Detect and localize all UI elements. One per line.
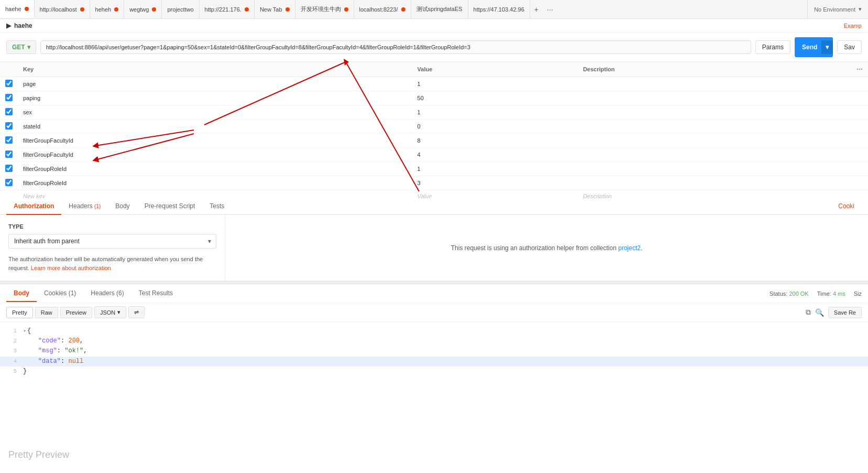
- learn-more-link[interactable]: Learn more about authorization: [31, 265, 111, 271]
- add-tab-button[interactable]: +: [530, 5, 543, 14]
- param-key: filterGroupFacultyId: [18, 134, 412, 148]
- resp-tab-cookies[interactable]: Cookies (1): [37, 285, 83, 302]
- response-status: Status: 200 OK Time: 4 ms Siz: [770, 291, 862, 297]
- send-button[interactable]: Send ▾: [795, 37, 833, 57]
- param-value: 1: [412, 77, 578, 91]
- response-tools: ⧉ 🔍 Save Re: [806, 307, 862, 318]
- more-tabs-button[interactable]: ···: [543, 5, 557, 14]
- request-bar: GET ▾ Params Send ▾ Sav: [0, 33, 868, 62]
- param-checkbox[interactable]: [5, 108, 13, 115]
- tab-springdata[interactable]: 测试springdataES: [411, 0, 468, 18]
- tab-dot: [25, 7, 29, 11]
- auth-description: The authorization header will be automat…: [8, 255, 216, 272]
- param-checkbox[interactable]: [5, 165, 13, 172]
- chevron-right-icon: ▶: [6, 22, 11, 29]
- tab-label: haehe: [5, 6, 21, 12]
- chevron-down-icon: ▾: [859, 6, 862, 13]
- tab-projecttwo[interactable]: projecttwo: [162, 0, 199, 18]
- resp-tab-headers[interactable]: Headers (6): [83, 285, 131, 302]
- param-checkbox[interactable]: [5, 122, 13, 130]
- response-header: Body Cookies (1) Headers (6) Test Result…: [0, 284, 868, 303]
- example-link[interactable]: Examp: [844, 23, 862, 29]
- send-dropdown-arrow[interactable]: ▾: [821, 40, 833, 54]
- tab-heheh[interactable]: heheh: [90, 0, 125, 18]
- cookies-tab[interactable]: Cooki: [831, 198, 862, 214]
- tab-http221[interactable]: http://221.176.: [200, 0, 255, 18]
- tab-body[interactable]: Body: [108, 198, 137, 215]
- tab-dot: [245, 7, 249, 12]
- save-button[interactable]: Sav: [837, 40, 862, 54]
- auth-type-wrapper: Inherit auth from parent: [8, 234, 216, 249]
- method-selector[interactable]: GET ▾: [6, 40, 36, 54]
- param-value: 4: [412, 148, 578, 162]
- tab-authorization[interactable]: Authorization: [6, 198, 61, 215]
- table-row: paping 50: [0, 91, 868, 105]
- code-line: 4 "data": null: [0, 357, 868, 367]
- param-checkbox[interactable]: [5, 136, 13, 144]
- tab-localhost8223[interactable]: localhost:8223/: [354, 0, 411, 18]
- resp-tab-body[interactable]: Body: [6, 285, 37, 302]
- param-description: [578, 105, 851, 120]
- param-description: [578, 91, 851, 105]
- table-row: page 1: [0, 77, 868, 91]
- params-more-icon[interactable]: ···: [856, 65, 863, 73]
- search-button[interactable]: 🔍: [815, 308, 824, 317]
- new-param-row: New key Value Description: [0, 190, 868, 199]
- tab-label: https://47.103.42.96: [474, 6, 524, 13]
- resp-tab-testresults[interactable]: Test Results: [131, 285, 180, 302]
- pretty-button[interactable]: Pretty: [6, 307, 33, 318]
- auth-type-select[interactable]: Inherit auth from parent: [8, 234, 216, 249]
- tab-label: localhost:8223/: [359, 6, 398, 13]
- params-section: Key Value Description ··· page 1 paping …: [0, 62, 868, 198]
- col-key: Key: [18, 62, 412, 77]
- status-label: Status: 200 OK: [770, 291, 809, 297]
- tab-newtab[interactable]: New Tab: [255, 0, 295, 18]
- code-line: 1▾{: [0, 326, 868, 336]
- auth-type-label: TYPE: [8, 223, 216, 230]
- tab-tests[interactable]: Tests: [202, 198, 232, 215]
- param-value: 8: [412, 134, 578, 148]
- tab-bar: haehe http://localhost heheh wegtwg proj…: [0, 0, 868, 19]
- param-value: 1: [412, 162, 578, 176]
- tab-dot: [401, 7, 405, 12]
- param-checkbox[interactable]: [5, 150, 13, 158]
- tab-headers[interactable]: Headers (1): [61, 198, 108, 215]
- url-input[interactable]: [40, 40, 751, 54]
- format-selector[interactable]: JSON ▾: [94, 306, 126, 318]
- tab-localhost[interactable]: http://localhost: [35, 0, 90, 18]
- method-label: GET: [12, 44, 25, 51]
- tab-haehe[interactable]: haehe: [0, 0, 35, 18]
- tab-dot: [80, 7, 84, 12]
- param-value: 3: [412, 176, 578, 190]
- tab-https47[interactable]: https://47.103.42.96: [468, 0, 530, 18]
- response-body: 1▾{2 "code": 200,3 "msg": "ok!",4 "data"…: [0, 322, 868, 381]
- copy-button[interactable]: ⧉: [806, 308, 811, 317]
- param-checkbox[interactable]: [5, 179, 13, 186]
- param-key: sex: [18, 105, 412, 120]
- environment-selector[interactable]: No Environment ▾: [807, 0, 868, 18]
- param-description: [578, 176, 851, 190]
- new-desc-placeholder[interactable]: Description: [583, 193, 612, 198]
- env-label: No Environment: [814, 6, 855, 13]
- param-description: [578, 148, 851, 162]
- tab-label: projecttwo: [167, 6, 193, 13]
- param-value: 50: [412, 91, 578, 105]
- save-response-button[interactable]: Save Re: [828, 307, 862, 318]
- param-checkbox[interactable]: [5, 94, 13, 101]
- tab-label: New Tab: [260, 6, 282, 13]
- tab-wegtwg[interactable]: wegtwg: [124, 0, 162, 18]
- wrap-button[interactable]: ⇌: [128, 306, 145, 318]
- new-value-placeholder[interactable]: Value: [417, 193, 432, 198]
- param-description: [578, 134, 851, 148]
- auth-right-panel: This request is using an authorization h…: [225, 215, 868, 281]
- tab-devenv[interactable]: 开发环境生牛肉: [295, 0, 354, 18]
- new-key-placeholder[interactable]: New key: [23, 193, 45, 198]
- param-checkbox[interactable]: [5, 80, 13, 87]
- param-description: [578, 77, 851, 91]
- params-button[interactable]: Params: [755, 40, 790, 54]
- preview-button[interactable]: Preview: [60, 307, 92, 318]
- raw-button[interactable]: Raw: [35, 307, 58, 318]
- collection-link[interactable]: project2.: [618, 244, 642, 252]
- col-value: Value: [412, 62, 578, 77]
- tab-prerequest[interactable]: Pre-request Script: [137, 198, 203, 215]
